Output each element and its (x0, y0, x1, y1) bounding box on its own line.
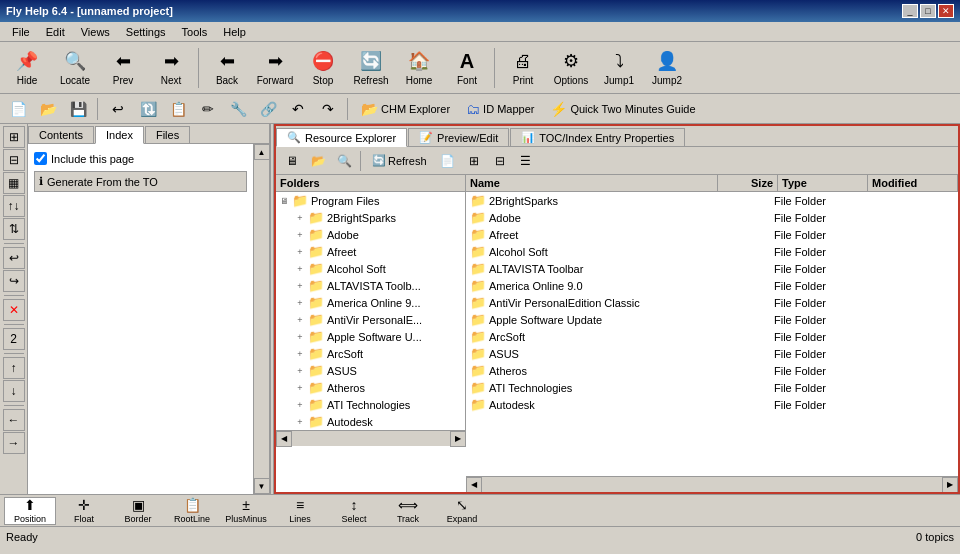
options-button[interactable]: ⚙ Options (548, 45, 594, 91)
maximize-button[interactable]: □ (920, 4, 936, 18)
tree-item-9[interactable]: + 📁 ASUS (276, 362, 465, 379)
t2-btn3[interactable]: 🔧 (224, 97, 252, 121)
scroll-down-arrow[interactable]: ▼ (254, 478, 270, 494)
tree-item-0[interactable]: + 📁 2BrightSparks (276, 209, 465, 226)
tree-item-8[interactable]: + 📁 ArcSoft (276, 345, 465, 362)
file-item-6[interactable]: 📁 AntiVir PersonalEdition Classic File F… (466, 294, 958, 311)
menu-item-settings[interactable]: Settings (118, 24, 174, 40)
forward-button[interactable]: ➡ Forward (252, 45, 298, 91)
lt-btn-6[interactable]: ↩ (3, 247, 25, 269)
prev-button[interactable]: ⬅ Prev (100, 45, 146, 91)
file-item-5[interactable]: 📁 America Online 9.0 File Folder (466, 277, 958, 294)
file-scroll-track[interactable] (482, 477, 942, 492)
t2-btn2[interactable]: ✏ (194, 97, 222, 121)
tree-item-4[interactable]: + 📁 ALTAVISTA Toolb... (276, 277, 465, 294)
jump2-button[interactable]: 👤 Jump2 (644, 45, 690, 91)
re-btn-2[interactable]: ⊞ (462, 150, 486, 172)
lt-btn-4[interactable]: ↑↓ (3, 195, 25, 217)
t2-btn6[interactable]: ↷ (314, 97, 342, 121)
tree-item-12[interactable]: + 📁 Autodesk (276, 413, 465, 430)
file-item-3[interactable]: 📁 Alcohol Soft File Folder (466, 243, 958, 260)
file-item-10[interactable]: 📁 Atheros File Folder (466, 362, 958, 379)
t2-btn4[interactable]: 🔗 (254, 97, 282, 121)
lt-btn-3[interactable]: ▦ (3, 172, 25, 194)
track-button[interactable]: ⟺ Track (382, 497, 434, 525)
re-refresh-btn[interactable]: 🔄 Refresh (365, 150, 434, 172)
file-h-scrollbar[interactable]: ◀ ▶ (466, 476, 958, 492)
lt-btn-2[interactable]: ⊟ (3, 149, 25, 171)
tree-scroll-left[interactable]: ◀ (276, 431, 292, 447)
file-item-11[interactable]: 📁 ATI Technologies File Folder (466, 379, 958, 396)
lt-btn-right[interactable]: → (3, 432, 25, 454)
tab-preview-edit[interactable]: 📝 Preview/Edit (408, 128, 509, 146)
file-item-4[interactable]: 📁 ALTAVISTA Toolbar File Folder (466, 260, 958, 277)
lt-btn-1[interactable]: ⊞ (3, 126, 25, 148)
file-item-2[interactable]: 📁 Afreet File Folder (466, 226, 958, 243)
tab-resource-explorer[interactable]: 🔍 Resource Explorer (276, 128, 407, 147)
include-page-checkbox[interactable] (34, 152, 47, 165)
re-root-btn[interactable]: 🖥 (280, 150, 304, 172)
tree-item-6[interactable]: + 📁 AntiVir PersonalE... (276, 311, 465, 328)
tab-toc-index[interactable]: 📊 TOC/Index Entry Properties (510, 128, 685, 146)
tree-scroll-track[interactable] (292, 431, 450, 446)
hide-button[interactable]: 📌 Hide (4, 45, 50, 91)
menu-item-tools[interactable]: Tools (174, 24, 216, 40)
lt-btn-5[interactable]: ⇅ (3, 218, 25, 240)
tree-h-scrollbar[interactable]: ◀ ▶ (276, 430, 466, 446)
float-button[interactable]: ✛ Float (58, 497, 110, 525)
rootline-button[interactable]: 📋 RootLine (166, 497, 218, 525)
scroll-up-arrow[interactable]: ▲ (254, 144, 270, 160)
undo-button[interactable]: ↩ (104, 97, 132, 121)
tab-files[interactable]: Files (145, 126, 190, 143)
print-button[interactable]: 🖨 Print (500, 45, 546, 91)
file-item-1[interactable]: 📁 Adobe File Folder (466, 209, 958, 226)
tree-item-7[interactable]: + 📁 Apple Software U... (276, 328, 465, 345)
quick-guide-link[interactable]: ⚡ Quick Two Minutes Guide (543, 98, 702, 120)
re-btn-1[interactable]: 📄 (436, 150, 460, 172)
col-header-name[interactable]: Name (466, 175, 718, 191)
position-button[interactable]: ⬆ Position (4, 497, 56, 525)
file-item-7[interactable]: 📁 Apple Software Update File Folder (466, 311, 958, 328)
id-mapper-link[interactable]: 🗂 ID Mapper (459, 98, 541, 120)
tree-scroll-right[interactable]: ▶ (450, 431, 466, 447)
jump1-button[interactable]: ⤵ Jump1 (596, 45, 642, 91)
close-button[interactable]: ✕ (938, 4, 954, 18)
font-button[interactable]: A Font (444, 45, 490, 91)
border-button[interactable]: ▣ Border (112, 497, 164, 525)
t2-btn5[interactable]: ↶ (284, 97, 312, 121)
lt-btn-8[interactable]: 2 (3, 328, 25, 350)
menu-item-help[interactable]: Help (215, 24, 254, 40)
select-button[interactable]: ↕ Select (328, 497, 380, 525)
tree-item-3[interactable]: + 📁 Alcohol Soft (276, 260, 465, 277)
stop-button[interactable]: ⛔ Stop (300, 45, 346, 91)
locate-button[interactable]: 🔍 Locate (52, 45, 98, 91)
tree-item-2[interactable]: + 📁 Afreet (276, 243, 465, 260)
home-button[interactable]: 🏠 Home (396, 45, 442, 91)
tree-item-1[interactable]: + 📁 Adobe (276, 226, 465, 243)
refresh-button[interactable]: 🔄 Refresh (348, 45, 394, 91)
col-header-modified[interactable]: Modified (868, 175, 958, 191)
menu-item-file[interactable]: File (4, 24, 38, 40)
lt-btn-7[interactable]: ↪ (3, 270, 25, 292)
tab-contents[interactable]: Contents (28, 126, 94, 143)
lt-btn-red[interactable]: ✕ (3, 299, 25, 321)
re-btn-list[interactable]: ☰ (514, 150, 538, 172)
lt-btn-left[interactable]: ← (3, 409, 25, 431)
file-item-12[interactable]: 📁 Autodesk File Folder (466, 396, 958, 413)
chm-explorer-link[interactable]: 📂 CHM Explorer (354, 98, 457, 120)
tree-root[interactable]: 🖥 📁 Program Files (276, 192, 465, 209)
file-item-8[interactable]: 📁 ArcSoft File Folder (466, 328, 958, 345)
re-btn-3[interactable]: ⊟ (488, 150, 512, 172)
file-scroll-right[interactable]: ▶ (942, 477, 958, 493)
plusminus-button[interactable]: ± PlusMinus (220, 497, 272, 525)
col-header-type[interactable]: Type (778, 175, 868, 191)
re-search-btn[interactable]: 🔍 (332, 150, 356, 172)
t2-btn1[interactable]: 📋 (164, 97, 192, 121)
menu-item-views[interactable]: Views (73, 24, 118, 40)
lt-btn-down[interactable]: ↓ (3, 380, 25, 402)
back-button[interactable]: ⬅ Back (204, 45, 250, 91)
open-button[interactable]: 📂 (34, 97, 62, 121)
tree-item-5[interactable]: + 📁 America Online 9... (276, 294, 465, 311)
generate-from-toc-button[interactable]: ℹ Generate From the TO (34, 171, 247, 192)
left-scrollbar[interactable]: ▲ ▼ (253, 144, 269, 494)
